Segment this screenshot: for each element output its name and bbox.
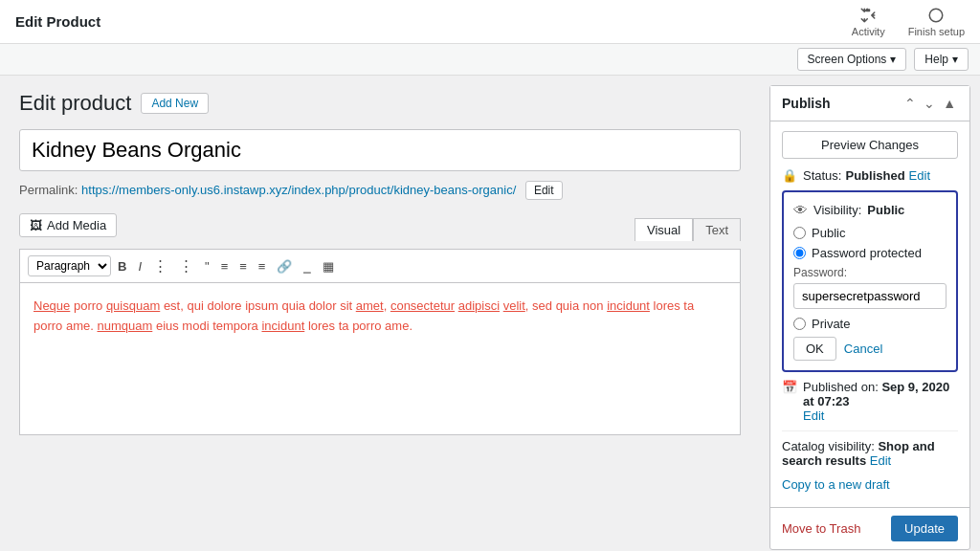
svg-rect-0 xyxy=(866,9,871,11)
status-value: Published xyxy=(845,168,904,183)
visibility-label: Visibility: xyxy=(813,203,861,217)
svg-point-1 xyxy=(930,9,944,22)
page-heading: Edit product Add New xyxy=(19,91,741,116)
lock-icon: 🔒 xyxy=(782,168,797,183)
status-label: Status: xyxy=(803,168,841,183)
status-edit-link[interactable]: Edit xyxy=(909,168,930,183)
copy-to-draft-link[interactable]: Copy to a new draft xyxy=(782,477,958,492)
finish-setup-button[interactable]: Finish setup xyxy=(908,7,965,37)
permalink-row: Permalink: https://members-only.us6.inst… xyxy=(19,181,741,200)
activity-icon xyxy=(859,7,877,24)
add-new-button[interactable]: Add New xyxy=(141,93,209,114)
password-protected-label[interactable]: Password protected xyxy=(812,246,922,260)
ok-button[interactable]: OK xyxy=(793,337,836,361)
publish-metabox-body: Preview Changes 🔒 Status: Published Edit… xyxy=(770,121,969,507)
move-to-trash-link[interactable]: Move to Trash xyxy=(782,521,860,536)
admin-bar-title: Edit Product xyxy=(15,13,100,30)
ok-cancel-row: OK Cancel xyxy=(793,337,947,361)
activity-button[interactable]: Activity xyxy=(852,7,885,37)
page-title: Edit product xyxy=(19,91,131,116)
product-title-input[interactable] xyxy=(19,129,741,171)
main-content: Edit product Add New Permalink: https://… xyxy=(0,76,980,550)
tab-text[interactable]: Text xyxy=(693,218,741,241)
permalink-url[interactable]: https://members-only.us6.instawp.xyz/ind… xyxy=(81,183,516,197)
admin-bar-actions: Activity Finish setup xyxy=(852,7,965,37)
add-media-icon: 🖼 xyxy=(30,218,42,232)
align-right-button[interactable]: ≡ xyxy=(254,257,271,276)
finish-setup-icon xyxy=(927,7,945,24)
editor-body[interactable]: Neque porro quisquam est, qui dolore ips… xyxy=(19,282,741,435)
tab-visual[interactable]: Visual xyxy=(635,218,693,241)
permalink-edit-button[interactable]: Edit xyxy=(525,181,563,200)
divider xyxy=(782,430,958,431)
publish-metabox-footer: Move to Trash Update xyxy=(770,507,969,549)
help-button[interactable]: Help ▾ xyxy=(914,48,969,71)
admin-bar: Edit Product Activity Finish setup xyxy=(0,0,980,44)
private-label[interactable]: Private xyxy=(812,317,850,331)
expand-button[interactable]: ▲ xyxy=(941,94,958,113)
permalink-label: Permalink: xyxy=(19,183,78,197)
password-field-label: Password: xyxy=(793,266,947,279)
private-radio[interactable] xyxy=(793,318,806,330)
collapse-up-button[interactable]: ⌃ xyxy=(902,94,918,113)
catalog-edit-link[interactable]: Edit xyxy=(870,453,891,468)
chevron-down-icon: ▾ xyxy=(952,53,958,66)
sidebar: Publish ⌃ ⌄ ▲ Preview Changes 🔒 Status: … xyxy=(760,76,980,550)
editor-content: Neque porro quisquam est, qui dolore ips… xyxy=(33,297,726,337)
cancel-button[interactable]: Cancel xyxy=(844,342,882,356)
align-center-button[interactable]: ≡ xyxy=(234,257,252,276)
visibility-header: 👁 Visibility: Public xyxy=(793,202,947,218)
editor-toolbar: Paragraph B I ⋮ ⋮ " ≡ ≡ ≡ 🔗 ⎯ ▦ xyxy=(19,249,741,282)
finish-setup-label: Finish setup xyxy=(908,26,965,37)
blockquote-button[interactable]: " xyxy=(200,257,214,276)
add-media-button[interactable]: 🖼 Add Media xyxy=(19,213,117,237)
private-radio-row: Private xyxy=(793,317,947,331)
preview-changes-button[interactable]: Preview Changes xyxy=(782,131,958,159)
catalog-label: Catalog visibility: xyxy=(782,439,875,453)
chevron-down-icon: ▾ xyxy=(890,53,896,66)
collapse-down-button[interactable]: ⌄ xyxy=(922,94,937,113)
password-protected-radio[interactable] xyxy=(793,247,806,259)
published-edit-link[interactable]: Edit xyxy=(803,408,958,423)
visibility-value: Public xyxy=(867,203,904,217)
public-radio[interactable] xyxy=(793,227,806,239)
activity-label: Activity xyxy=(852,26,885,37)
public-label[interactable]: Public xyxy=(812,226,845,240)
bold-button[interactable]: B xyxy=(113,257,131,276)
options-bar: Screen Options ▾ Help ▾ xyxy=(0,44,980,76)
published-on-row: 📅 Published on: Sep 9, 2020 at 07:23 Edi… xyxy=(782,380,958,423)
status-row: 🔒 Status: Published Edit xyxy=(782,168,958,183)
editor-area: Edit product Add New Permalink: https://… xyxy=(0,76,760,550)
ordered-list-button[interactable]: ⋮ xyxy=(174,255,198,276)
eye-icon: 👁 xyxy=(793,202,808,218)
password-input[interactable] xyxy=(793,283,947,309)
unordered-list-button[interactable]: ⋮ xyxy=(148,255,172,276)
align-left-button[interactable]: ≡ xyxy=(216,257,234,276)
editor-tabs: Visual Text xyxy=(635,218,741,241)
password-radio-row: Password protected xyxy=(793,246,947,260)
calendar-icon: 📅 xyxy=(782,380,797,394)
paragraph-select[interactable]: Paragraph xyxy=(28,255,111,276)
hr-button[interactable]: ⎯ xyxy=(299,257,316,276)
link-button[interactable]: 🔗 xyxy=(272,257,297,276)
italic-button[interactable]: I xyxy=(133,257,146,276)
update-button[interactable]: Update xyxy=(891,516,958,541)
visibility-popup: 👁 Visibility: Public Public Password pro… xyxy=(782,190,958,372)
published-on-label: Published on: xyxy=(803,380,879,394)
screen-options-button[interactable]: Screen Options ▾ xyxy=(797,48,907,71)
table-button[interactable]: ▦ xyxy=(318,257,339,276)
catalog-row: Catalog visibility: Shop and search resu… xyxy=(782,439,958,468)
publish-metabox-title: Publish xyxy=(782,96,831,111)
publish-metabox: Publish ⌃ ⌄ ▲ Preview Changes 🔒 Status: … xyxy=(769,85,970,550)
public-radio-row: Public xyxy=(793,226,947,240)
metabox-controls: ⌃ ⌄ ▲ xyxy=(902,94,958,113)
publish-metabox-header: Publish ⌃ ⌄ ▲ xyxy=(770,86,969,121)
